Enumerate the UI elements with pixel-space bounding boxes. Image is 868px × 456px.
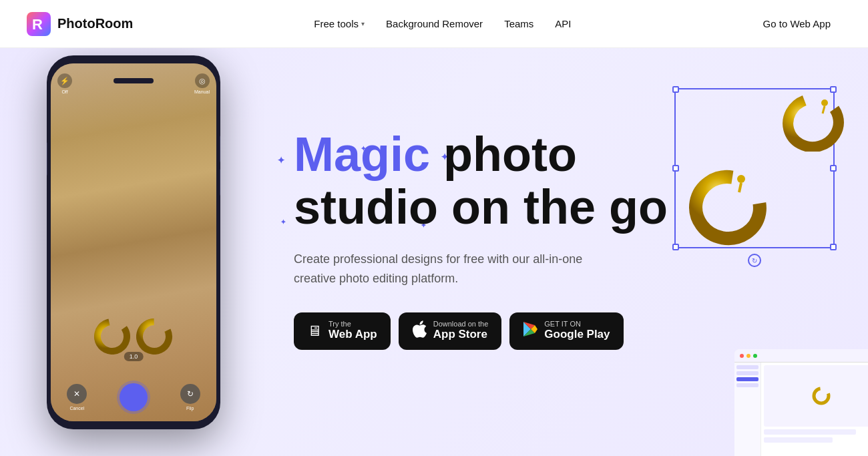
app-store-button[interactable]: Download on the App Store — [399, 312, 502, 350]
navbar-left: R PhotoRoom — [27, 12, 133, 36]
hero-subtitle: Create professional designs for free wit… — [294, 250, 614, 288]
nav-api[interactable]: API — [555, 18, 571, 29]
laptop-content — [734, 363, 868, 456]
handle-bottom-left — [672, 244, 679, 250]
web-app-btn-text: Try the Web App — [329, 320, 377, 341]
hero-section: ✦ ✦ ✦ ✦ ✦ ⚡ Off ◎ Manual — [0, 48, 868, 456]
earring-bottom-preview — [688, 169, 768, 248]
svg-line-6 — [823, 106, 825, 113]
laptop-dot-yellow — [746, 354, 750, 358]
phone-ui-top: ⚡ Off ◎ Manual — [57, 73, 210, 94]
appstore-btn-text: Download on the App Store — [433, 320, 489, 341]
zoom-indicator: 1.0 — [124, 352, 144, 361]
phone-body: ⚡ Off ◎ Manual — [47, 55, 220, 429]
earring-right-svg — [136, 318, 173, 355]
apple-icon — [412, 320, 427, 342]
capture-button-phone[interactable] — [120, 383, 148, 411]
hero-content: Magic photo studio on the go Create prof… — [294, 128, 694, 350]
earring-top-svg — [781, 95, 845, 152]
earring-left-svg — [94, 318, 131, 355]
sparkle-icon-3: ✦ — [280, 218, 286, 226]
phone-background: ⚡ Off ◎ Manual — [51, 63, 216, 421]
laptop-preview — [708, 336, 868, 456]
laptop-main-area — [761, 363, 868, 456]
navbar-center: Free tools ▾ Background Remover Teams AP… — [314, 18, 571, 29]
navbar: R PhotoRoom Free tools ▾ Background Remo… — [0, 0, 868, 48]
nav-free-tools[interactable]: Free tools ▾ — [314, 18, 365, 29]
cancel-icon: ✕ — [67, 384, 87, 404]
handle-bottom-right — [830, 244, 837, 250]
laptop-dot-red — [740, 354, 744, 358]
cancel-button-phone[interactable]: ✕ Cancel — [67, 384, 87, 411]
phone-controls: ✕ Cancel ↻ Flip — [51, 383, 216, 411]
laptop-dot-green — [753, 354, 757, 358]
nav-teams[interactable]: Teams — [504, 18, 533, 29]
flash-icon: ⚡ — [57, 73, 72, 88]
cta-buttons: 🖥 Try the Web App Download on the App St… — [294, 312, 694, 350]
handle-top-left — [672, 86, 679, 93]
volume-down-button — [220, 169, 220, 196]
phone-screen: ⚡ Off ◎ Manual — [51, 63, 216, 421]
svg-point-4 — [783, 95, 844, 152]
jewelry-editor-preview: ↻ — [661, 88, 848, 262]
nav-background-remover[interactable]: Background Remover — [386, 18, 483, 29]
laptop-body — [734, 349, 868, 456]
svg-point-8 — [737, 175, 745, 183]
try-web-app-button[interactable]: 🖥 Try the Web App — [294, 312, 391, 350]
phone-product-earrings — [94, 318, 173, 355]
svg-point-2 — [94, 318, 131, 355]
settings-icon: ◎ — [195, 73, 210, 88]
handle-top-right — [830, 86, 837, 93]
sidebar-item-2 — [736, 371, 758, 375]
sidebar-item-3 — [736, 383, 758, 387]
sidebar-item-1 — [736, 365, 758, 369]
sidebar-item-active — [736, 377, 758, 381]
volume-up-button — [220, 136, 220, 162]
photoroom-logo-icon: R — [27, 12, 51, 36]
google-play-button[interactable]: GET IT ON Google Play — [509, 312, 623, 350]
laptop-toolbar-row — [764, 429, 856, 435]
manual-control: ◎ Manual — [194, 73, 210, 94]
flash-control: ⚡ Off — [57, 73, 72, 94]
earring-top-preview — [781, 95, 845, 154]
svg-point-5 — [821, 99, 828, 106]
svg-point-3 — [136, 318, 173, 355]
laptop-preview-earring — [811, 386, 831, 406]
svg-point-10 — [814, 389, 829, 403]
flip-icon: ↻ — [180, 384, 200, 404]
navbar-right: Go to Web App — [752, 13, 841, 35]
power-button — [47, 142, 47, 176]
brand-name: PhotoRoom — [57, 16, 133, 31]
laptop-ui-bar — [734, 349, 868, 363]
capture-icon — [120, 383, 148, 411]
laptop-screen — [734, 349, 868, 456]
svg-line-9 — [739, 183, 741, 192]
hero-title: Magic photo studio on the go — [294, 128, 694, 234]
google-play-icon — [523, 321, 537, 341]
laptop-toolbar-row-2 — [764, 437, 833, 443]
chevron-down-icon: ▾ — [361, 20, 365, 27]
handle-middle-right — [830, 165, 837, 172]
laptop-sidebar — [734, 363, 761, 456]
earring-bottom-svg — [688, 169, 768, 246]
laptop-canvas — [764, 365, 868, 427]
svg-text:R: R — [32, 16, 43, 33]
hero-title-magic: Magic — [294, 128, 430, 181]
google-play-btn-text: GET IT ON Google Play — [544, 320, 610, 341]
laptop-sidebar-items — [734, 363, 761, 392]
handle-middle-left — [672, 165, 679, 172]
svg-point-7 — [691, 172, 765, 243]
rotate-handle: ↻ — [748, 254, 761, 267]
flip-button-phone[interactable]: ↻ Flip — [180, 384, 200, 411]
phone-mockup: ⚡ Off ◎ Manual — [0, 48, 280, 456]
go-to-webapp-button[interactable]: Go to Web App — [752, 13, 841, 35]
monitor-icon: 🖥 — [307, 322, 322, 340]
